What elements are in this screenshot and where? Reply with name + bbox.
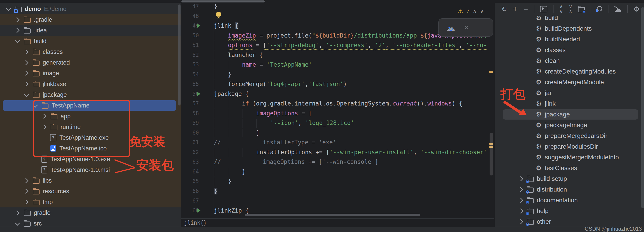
gradle-task-buildNeeded[interactable]: ⚙buildNeeded bbox=[495, 34, 644, 45]
code-line-59[interactable]: 59'--icon', 'logo_128.ico' bbox=[181, 118, 494, 128]
gradle-task-documentation[interactable]: ⚙documentation bbox=[495, 195, 644, 206]
code-line-66[interactable]: 66} bbox=[181, 186, 494, 196]
editor[interactable]: 47}4849jlink {50imageZip = project.file(… bbox=[181, 0, 494, 232]
breadcrumb-item[interactable]: jlink{} bbox=[184, 220, 207, 226]
chevron-down-icon[interactable] bbox=[15, 220, 20, 226]
gradle-task-icon: ⚙ bbox=[536, 90, 542, 96]
gradle-task-clean[interactable]: ⚙clean bbox=[495, 56, 644, 66]
code-line-63[interactable]: 63// imageOptions += ['--win-console'] bbox=[181, 157, 494, 167]
chevron-down-icon[interactable] bbox=[6, 6, 11, 11]
gradle-toolbar: ↻+−∧∨∨∧☁⚙ bbox=[495, 3, 644, 16]
editor-hscrollbar-bottom-thumb[interactable] bbox=[245, 214, 420, 216]
gradle-task-createDelegatingModules[interactable]: ⚙createDelegatingModules bbox=[495, 66, 644, 77]
prev-warning-icon[interactable]: ∧ bbox=[473, 8, 477, 14]
chevron-right-icon[interactable] bbox=[14, 28, 20, 33]
code-line-55[interactable]: 55forceMerge('log4j-api','fastjson') bbox=[181, 79, 494, 89]
collapse-all-icon[interactable]: ∨∧ bbox=[569, 4, 572, 14]
chevron-right-icon[interactable] bbox=[24, 178, 28, 183]
chevron-right-icon[interactable] bbox=[24, 82, 28, 87]
code-line-58[interactable]: 58imageOptions = [ bbox=[181, 108, 494, 118]
settings-icon[interactable]: ⚙ bbox=[634, 6, 640, 12]
gradle-task-prepareModulesDir[interactable]: ⚙prepareModulesDir bbox=[495, 141, 644, 152]
line-number: 47 bbox=[181, 1, 199, 11]
chevron-right-icon[interactable] bbox=[24, 50, 28, 54]
tree-item-.idea[interactable]: .idea bbox=[0, 25, 181, 36]
chevron-right-icon[interactable] bbox=[518, 198, 523, 203]
sync-icon[interactable]: ↻ bbox=[502, 6, 507, 12]
gradle-task-testClasses[interactable]: ⚙testClasses bbox=[495, 163, 644, 174]
tree-item-generated[interactable]: generated bbox=[0, 57, 181, 68]
gradle-task-help[interactable]: ⚙help bbox=[495, 206, 644, 216]
code-line-61[interactable]: 61// installerType = 'exe' bbox=[181, 138, 494, 147]
gradle-task-suggestMergedModuleInfo[interactable]: ⚙suggestMergedModuleInfo bbox=[495, 152, 644, 163]
tree-item-jpackage[interactable]: jpackage bbox=[0, 90, 181, 100]
chevron-right-icon[interactable] bbox=[518, 176, 523, 182]
offline-mode-icon[interactable]: ☁ bbox=[614, 6, 622, 13]
inspections-widget[interactable]: ⚠ 7 ∧ ∨ bbox=[458, 8, 484, 14]
run-gutter-icon[interactable] bbox=[197, 92, 200, 96]
run-gutter-icon[interactable] bbox=[197, 23, 200, 28]
gradle-task-prepareMergedJarsDir[interactable]: ⚙prepareMergedJarsDir bbox=[495, 130, 644, 141]
code-line-60[interactable]: 60] bbox=[181, 128, 494, 138]
gradle-task-classes[interactable]: ⚙classes bbox=[495, 45, 644, 56]
code-line-51[interactable]: 51options = ['--strip-debug', '--compres… bbox=[181, 40, 494, 50]
code-line-65[interactable]: 65} bbox=[181, 176, 494, 186]
analyze-dependencies-icon[interactable] bbox=[597, 6, 602, 12]
tree-item-gradle[interactable]: gradle bbox=[0, 208, 181, 218]
code-line-57[interactable]: 57if (org.gradle.internal.os.OperatingSy… bbox=[181, 98, 494, 108]
chevron-right-icon[interactable] bbox=[518, 187, 523, 192]
inline-assistant-popup[interactable]: ☁↻ × bbox=[438, 18, 493, 37]
close-icon[interactable]: × bbox=[464, 24, 469, 32]
tree-item-tmp[interactable]: tmp bbox=[0, 197, 181, 208]
code-line-54[interactable]: 54} bbox=[181, 70, 494, 79]
chevron-right-icon[interactable] bbox=[14, 210, 20, 216]
chevron-right-icon[interactable] bbox=[24, 200, 28, 205]
chevron-right-icon[interactable] bbox=[518, 208, 523, 214]
chevron-right-icon[interactable] bbox=[24, 60, 28, 65]
code-line-62[interactable]: 62installerOptions += ['--win-per-user-i… bbox=[181, 147, 494, 157]
run-gutter-icon[interactable] bbox=[197, 208, 200, 213]
code-line-64[interactable]: 64} bbox=[181, 167, 494, 176]
remove-icon[interactable]: − bbox=[523, 5, 528, 13]
expand-all-icon[interactable]: ∧∨ bbox=[559, 4, 563, 14]
code-line-52[interactable]: 52launcher { bbox=[181, 50, 494, 60]
breadcrumb[interactable]: jlink{} bbox=[181, 218, 494, 227]
tree-item-.gradle[interactable]: .gradle bbox=[0, 14, 181, 25]
next-warning-icon[interactable]: ∨ bbox=[480, 8, 484, 14]
tree-item-libs[interactable]: libs bbox=[0, 175, 181, 186]
chevron-right-icon[interactable] bbox=[14, 17, 20, 22]
chevron-right-icon[interactable] bbox=[24, 71, 28, 76]
tree-item-resources[interactable]: resources bbox=[0, 186, 181, 197]
tree-item-demo[interactable]: demoE:\demo bbox=[0, 4, 181, 14]
gradle-panel: ↻+−∧∨∨∧☁⚙ ⚙build⚙buildDependents⚙buildNe… bbox=[494, 3, 644, 227]
add-icon[interactable]: + bbox=[513, 5, 518, 13]
gradle-task-build-setup[interactable]: ⚙build setup bbox=[495, 174, 644, 184]
chevron-right-icon[interactable] bbox=[24, 189, 28, 194]
gradle-task-distribution[interactable]: ⚙distribution bbox=[495, 184, 644, 195]
code-line-67[interactable]: 67 bbox=[181, 196, 494, 206]
chevron-down-icon[interactable] bbox=[24, 92, 29, 97]
gradle-task-other[interactable]: ⚙other bbox=[495, 216, 644, 227]
annotation-label-installer: 安装包 bbox=[136, 157, 174, 174]
assistant-icon[interactable]: ☁↻ bbox=[446, 23, 455, 32]
tree-item-image[interactable]: image bbox=[0, 68, 181, 79]
line-number: 49 bbox=[181, 21, 199, 30]
chevron-right-icon[interactable] bbox=[518, 219, 523, 224]
code-line-56[interactable]: 56jpackage { bbox=[181, 89, 494, 99]
tree-item-jlinkbase[interactable]: jlinkbase bbox=[0, 79, 181, 90]
tree-item-classes[interactable]: classes bbox=[0, 46, 181, 57]
gradle-task-jpackageImage[interactable]: ⚙jpackageImage bbox=[495, 120, 644, 130]
intention-bulb-icon[interactable] bbox=[216, 12, 221, 17]
tree-item-build[interactable]: build bbox=[0, 36, 181, 46]
editor-vscrollbar-thumb[interactable] bbox=[490, 133, 493, 176]
code-line-53[interactable]: 53name = 'TestAppName' bbox=[181, 60, 494, 70]
gradle-task-buildDependents[interactable]: ⚙buildDependents bbox=[495, 23, 644, 34]
code-line-47[interactable]: 47} bbox=[181, 1, 494, 11]
execute-icon[interactable] bbox=[540, 6, 547, 12]
project-scrollbar[interactable] bbox=[178, 4, 180, 106]
chevron-down-icon[interactable] bbox=[15, 38, 20, 43]
gradle-scrollbar[interactable] bbox=[641, 7, 644, 208]
warning-stripe-mark[interactable] bbox=[489, 71, 493, 73]
group-tasks-icon[interactable] bbox=[578, 7, 585, 12]
tree-item-src[interactable]: src bbox=[0, 218, 181, 227]
